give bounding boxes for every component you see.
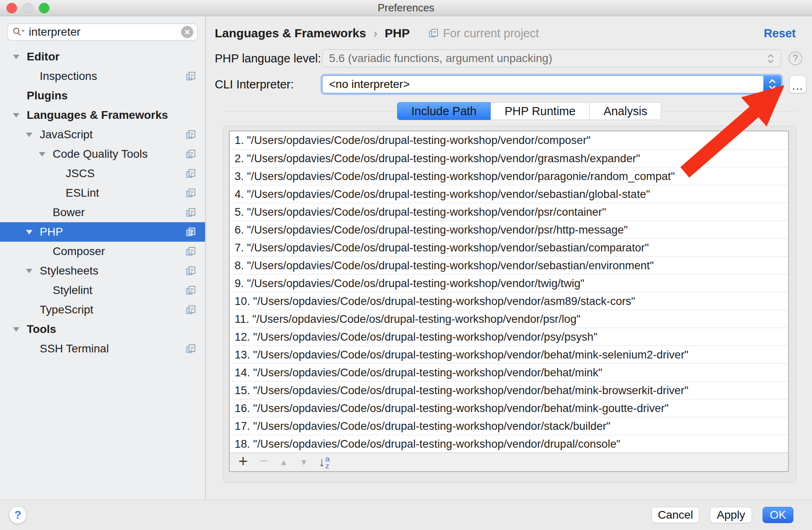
chevron-down-icon[interactable] [12,112,27,118]
close-button[interactable] [6,3,17,13]
sidebar-item-label: Stylesheets [40,264,98,277]
chevron-down-icon[interactable] [38,249,53,254]
per-project-settings-icon [186,149,196,159]
include-path-text: 3. "/Users/opdavies/Code/os/drupal-testi… [235,170,675,183]
per-project-settings-icon [186,285,196,296]
include-path-list-container: 1. "/Users/opdavies/Code/os/drupal-testi… [229,131,789,472]
tab-analysis[interactable]: Analysis [589,102,661,120]
cli-interpreter-combo[interactable]: <no interpreter> [322,75,781,93]
sidebar-item-stylesheets[interactable]: Stylesheets [0,261,205,281]
include-path-row[interactable]: 12. "/Users/opdavies/Code/os/drupal-test… [230,328,788,345]
language-level-value: 5.6 (variadic functions, argument unpack… [329,52,767,65]
chevron-down-icon[interactable] [38,288,53,293]
search-input[interactable] [29,26,181,39]
include-path-row[interactable]: 2. "/Users/opdavies/Code/os/drupal-testi… [230,149,788,167]
sidebar-item-languages-frameworks[interactable]: Languages & Frameworks [0,105,205,125]
chevron-down-icon[interactable] [12,326,27,332]
chevron-down-icon[interactable] [25,229,40,235]
reset-link[interactable]: Reset [764,27,796,40]
chevron-down-icon[interactable] [12,54,27,60]
sidebar-item-composer[interactable]: Composer [0,242,205,261]
clear-search-icon[interactable] [181,26,193,38]
php-settings-pane: Languages & Frameworks › PHP For current… [206,16,812,500]
include-path-row[interactable]: 11. "/Users/opdavies/Code/os/drupal-test… [230,310,788,328]
scope-label: For current project [443,27,539,40]
browse-interpreters-button[interactable]: ... [789,75,806,93]
settings-search-box[interactable] [7,24,198,41]
sidebar-item-ssh-terminal[interactable]: SSH Terminal [0,339,205,358]
sidebar-item-label: Composer [53,245,105,258]
include-path-row[interactable]: 1. "/Users/opdavies/Code/os/drupal-testi… [230,131,788,149]
sidebar-item-php[interactable]: PHP [0,222,205,242]
cli-interpreter-label: CLI Interpreter: [215,78,322,91]
include-path-text: 9. "/Users/opdavies/Code/os/drupal-testi… [235,277,584,290]
include-path-row[interactable]: 10. "/Users/opdavies/Code/os/drupal-test… [230,292,788,310]
include-path-row[interactable]: 5. "/Users/opdavies/Code/os/drupal-testi… [230,203,788,221]
chevron-down-icon[interactable] [51,171,66,176]
sidebar-item-label: Editor [27,50,60,63]
help-button[interactable]: ? [9,506,27,524]
include-path-row[interactable]: 3. "/Users/opdavies/Code/os/drupal-testi… [230,167,788,185]
sidebar-item-stylelint[interactable]: Stylelint [0,281,205,300]
chevron-down-icon[interactable] [38,151,53,157]
move-down-button[interactable]: ▼ [295,454,313,470]
include-path-text: 18. "/Users/opdavies/Code/os/drupal-test… [235,438,620,451]
sort-az-icon: a z [325,455,330,469]
zoom-button[interactable] [39,3,49,13]
include-path-row[interactable]: 17. "/Users/opdavies/Code/os/drupal-test… [230,417,788,435]
settings-tree: Editor Inspections Plugins [0,47,205,358]
combo-stepper-icon[interactable] [763,75,781,93]
sidebar-item-eslint[interactable]: ESLint [0,183,205,203]
move-up-button[interactable]: ▲ [274,454,293,470]
sort-arrow-icon: ↓ [318,455,325,470]
sidebar-item-label: Inspections [40,70,97,83]
include-path-row[interactable]: 9. "/Users/opdavies/Code/os/drupal-testi… [230,274,788,292]
chevron-down-icon[interactable] [25,132,40,137]
include-path-text: 8. "/Users/opdavies/Code/os/drupal-testi… [235,259,654,272]
tab-php-runtime[interactable]: PHP Runtime [490,102,590,120]
chevron-down-icon[interactable] [12,93,27,99]
sidebar-item-label: JavaScript [40,128,93,141]
per-project-settings-icon [186,246,196,257]
chevron-down-icon[interactable] [25,307,40,313]
chevron-down-icon[interactable] [25,268,40,274]
language-level-select[interactable]: 5.6 (variadic functions, argument unpack… [322,49,781,67]
include-path-row[interactable]: 6. "/Users/opdavies/Code/os/drupal-testi… [230,221,788,238]
sidebar-item-code-quality-tools[interactable]: Code Quality Tools [0,144,205,164]
include-path-row[interactable]: 15. "/Users/opdavies/Code/os/drupal-test… [230,381,788,399]
sidebar-item-label: Bower [53,206,85,219]
remove-path-button[interactable]: − [254,454,273,470]
include-path-row[interactable]: 16. "/Users/opdavies/Code/os/drupal-test… [230,399,788,417]
sidebar-item-javascript[interactable]: JavaScript [0,125,205,144]
include-path-text: 12. "/Users/opdavies/Code/os/drupal-test… [235,330,597,343]
sidebar-item-bower[interactable]: Bower [0,203,205,222]
include-path-panel: 1. "/Users/opdavies/Code/os/drupal-testi… [223,126,797,483]
chevron-down-icon[interactable] [38,210,53,215]
include-path-row[interactable]: 7. "/Users/opdavies/Code/os/drupal-testi… [230,238,788,256]
sidebar-item-typescript[interactable]: TypeScript [0,300,205,320]
include-path-text: 4. "/Users/opdavies/Code/os/drupal-testi… [235,188,650,201]
include-path-text: 2. "/Users/opdavies/Code/os/drupal-testi… [235,152,640,165]
chevron-down-icon[interactable] [25,73,40,79]
sidebar-item-inspections[interactable]: Inspections [0,67,205,86]
chevron-down-icon[interactable] [51,190,66,196]
help-icon[interactable]: ? [788,51,802,65]
sidebar-item-label: Plugins [27,89,68,102]
tab-include-path[interactable]: Include Path [397,102,491,120]
chevron-down-icon[interactable] [25,346,40,352]
apply-button[interactable]: Apply [710,507,752,523]
sidebar-item-jscs[interactable]: JSCS [0,164,205,183]
add-path-button[interactable]: + [234,454,252,470]
ok-button[interactable]: OK [763,507,793,523]
cancel-button[interactable]: Cancel [652,507,699,523]
sidebar-item-tools[interactable]: Tools [0,320,205,339]
include-path-row[interactable]: 14. "/Users/opdavies/Code/os/drupal-test… [230,363,788,381]
breadcrumb-parent[interactable]: Languages & Frameworks [215,26,366,40]
sidebar-item-editor[interactable]: Editor [0,47,205,67]
include-path-row[interactable]: 8. "/Users/opdavies/Code/os/drupal-testi… [230,256,788,274]
include-path-row[interactable]: 13. "/Users/opdavies/Code/os/drupal-test… [230,345,788,363]
include-path-row[interactable]: 18. "/Users/opdavies/Code/os/drupal-test… [230,435,788,453]
sort-alphabetically-button[interactable]: ↓ a z [315,454,333,470]
include-path-row[interactable]: 4. "/Users/opdavies/Code/os/drupal-testi… [230,185,788,203]
sidebar-item-plugins[interactable]: Plugins [0,86,205,105]
